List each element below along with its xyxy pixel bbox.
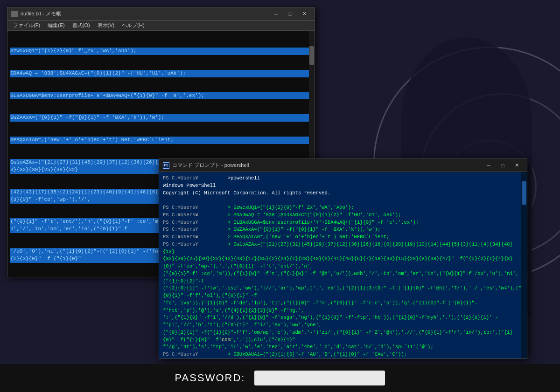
ps-cmd-line-5: PS C:¥Users¥ > $FAQXA1AG=,('new-'+' o'+'…: [163, 234, 523, 241]
notepad-title: outfile.txt - メモ帳: [21, 10, 61, 17]
powershell-minimize-button[interactable]: ─: [482, 161, 495, 170]
ps-cmd-line-6e: 'fs','iva')),("{1}{0}" -f'de','lu'),'ti'…: [163, 300, 523, 315]
notepad-maximize-button[interactable]: □: [284, 9, 297, 19]
notepad-menu-edit[interactable]: 編集(E): [44, 21, 69, 30]
ps-cmd-line-3: PS C:¥Users¥ > $LBAxUGGA=$env:userprofil…: [163, 219, 523, 227]
ps-cmd-line-6d: ("{2}{0}{1}" -f'fw','.osc','ww'),'://','…: [163, 285, 523, 300]
notepad-scrollthumb: [309, 46, 314, 65]
ps-cmd-line-6c: ("{0}{1}"-f' :co','m')),("{1}{0}" -f't',…: [163, 270, 523, 285]
ps-cmd-line-6f: ':',("{1}{0}" -f'i','//d'),("{1}{0}" -f'…: [163, 314, 523, 329]
password-input[interactable]: [254, 371, 385, 385]
powershell-scrollthumb: [522, 181, 526, 205]
ps-cmd-line-4: PS C:¥Users¥ > $WZAAxA=("{0}{1}" -f("{0}…: [163, 226, 523, 234]
powershell-title: コマンド プロンプト - powershell: [172, 162, 249, 169]
ps-prompt-user: PS C:¥Users¥: [163, 175, 224, 181]
notepad-close-button[interactable]: ✕: [298, 9, 311, 19]
powershell-title-left: PS コマンド プロンプト - powershell: [163, 162, 249, 169]
ps-header-line-3: Copyright (C) Microsoft Corporation. All…: [163, 190, 523, 197]
ps-cmd-line-6: PS C:¥Users¥ > $w1oAZAx=("{21}{27}{31}{4…: [163, 241, 523, 256]
password-label: PASSWORD:: [175, 372, 245, 384]
notepad-menu-format[interactable]: 書式(O): [69, 21, 94, 30]
powershell-icon: PS: [163, 162, 169, 169]
powershell-maximize-button[interactable]: □: [496, 161, 509, 170]
notepad-title-left: outfile.txt - メモ帳: [11, 10, 61, 17]
notepad-minimize-button[interactable]: ─: [270, 9, 283, 19]
powershell-scrollbar[interactable]: [521, 172, 527, 358]
ps-header-line-1: PS C:¥Users¥ >powershell: [163, 175, 523, 182]
password-bar: PASSWORD:: [0, 364, 560, 392]
powershell-window: PS コマンド プロンプト - powershell ─ □ ✕ PS C:¥U…: [159, 158, 527, 359]
ps-blank-line-1: [163, 197, 523, 204]
notepad-menu-file[interactable]: ファイル(F): [9, 21, 44, 30]
ps-cmd-line-6b: {32}{30}{25}{39}{22}{42}{43}{17}{35}{2}{…: [163, 255, 523, 270]
notepad-controls: ─ □ ✕: [270, 9, 311, 19]
notepad-titlebar: outfile.txt - メモ帳 ─ □ ✕: [7, 7, 315, 21]
notepad-menu-view[interactable]: 表示(V): [94, 21, 119, 30]
ps-cmd-powershell: >powershell: [228, 175, 260, 181]
ps-cmd-line-1: PS C:¥Users¥ > $zwcxUQ1=("{1}{2}{0}"-f'_…: [163, 204, 523, 212]
notepad-icon: [11, 11, 18, 17]
powershell-content[interactable]: PS C:¥Users¥ >powershell Windows PowerSh…: [159, 172, 527, 358]
ps-cmd-line-6g: ("{0}{2}{1}" -f("{1}{0}"-f'f','om/wp','c…: [163, 329, 523, 344]
notepad-menu-help[interactable]: ヘルプ(H): [118, 21, 148, 30]
ps-cmd-line-6h: f'/g','9t'),'s','ttp','iL','w','e','tez'…: [163, 344, 523, 351]
ps-header-line-2: Windows PowerShell: [163, 182, 523, 190]
notepad-menubar: ファイル(F) 編集(E) 書式(O) 表示(V) ヘルプ(H): [7, 21, 315, 31]
ps-cmd-line-2: PS C:¥Users¥ > $DA4wAQ = '838';$b4XAGxC=…: [163, 212, 523, 219]
powershell-titlebar: PS コマンド プロンプト - powershell ─ □ ✕: [159, 159, 527, 172]
powershell-close-button[interactable]: ✕: [510, 161, 523, 170]
ps-cmd-line-7: PS C:¥Users¥ > $BUxDAUA1=("{2}{1}{0}"-f …: [163, 351, 523, 358]
powershell-controls: ─ □ ✕: [482, 161, 523, 170]
